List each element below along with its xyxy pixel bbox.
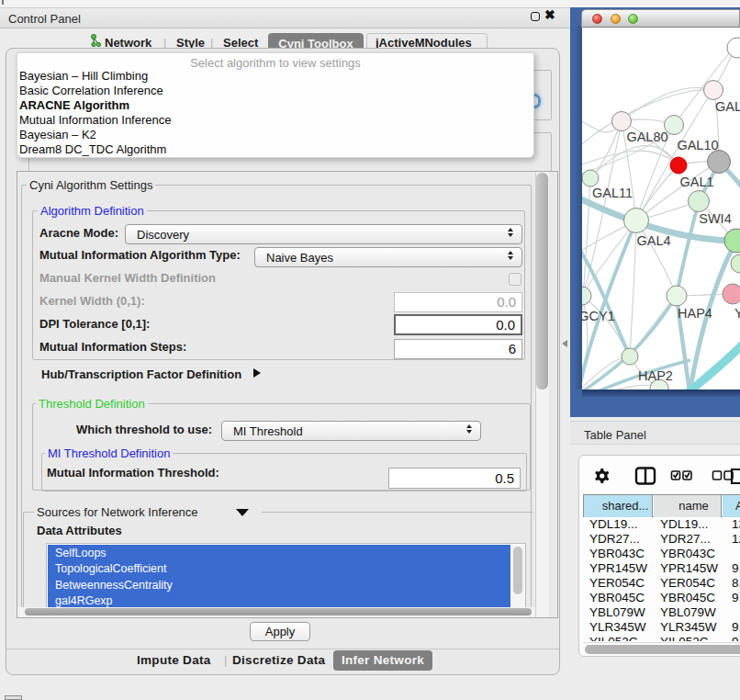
svg-text:GAL: GAL bbox=[715, 99, 740, 114]
svg-text:HAP4: HAP4 bbox=[678, 306, 712, 321]
svg-text:SWI4: SWI4 bbox=[699, 211, 731, 226]
svg-text:GAL80: GAL80 bbox=[626, 130, 667, 144]
svg-text:GAL11: GAL11 bbox=[592, 186, 633, 200]
svg-text:GAL1: GAL1 bbox=[679, 175, 713, 189]
svg-text:Y: Y bbox=[734, 306, 740, 321]
svg-text:GAL10: GAL10 bbox=[677, 138, 718, 152]
svg-text:GAL4: GAL4 bbox=[636, 233, 670, 248]
svg-text:HAP2: HAP2 bbox=[638, 368, 673, 383]
svg-text:GCY1: GCY1 bbox=[582, 309, 615, 323]
